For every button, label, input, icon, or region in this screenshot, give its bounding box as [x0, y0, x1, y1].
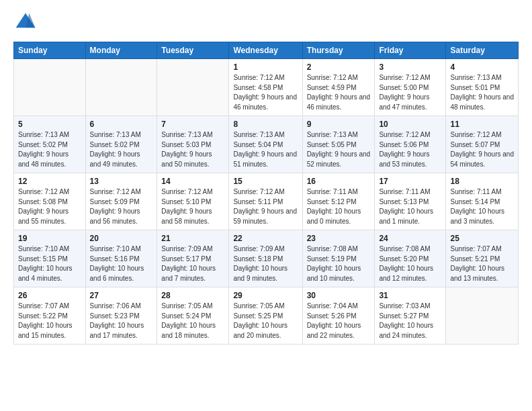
weekday-header-row: SundayMondayTuesdayWednesdayThursdayFrid…	[14, 42, 519, 59]
day-number: 10	[379, 120, 441, 129]
day-info: Sunrise: 7:07 AM Sunset: 5:22 PM Dayligh…	[18, 302, 81, 340]
day-info: Sunrise: 7:13 AM Sunset: 5:05 PM Dayligh…	[307, 130, 371, 169]
calendar-day-cell: 29Sunrise: 7:05 AM Sunset: 5:25 PM Dayli…	[229, 287, 302, 345]
day-info: Sunrise: 7:07 AM Sunset: 5:21 PM Dayligh…	[450, 244, 514, 283]
calendar-day-cell: 31Sunrise: 7:03 AM Sunset: 5:27 PM Dayli…	[375, 287, 446, 345]
day-info: Sunrise: 7:13 AM Sunset: 5:03 PM Dayligh…	[161, 130, 224, 169]
day-number: 2	[307, 62, 371, 72]
calendar-day-cell: 22Sunrise: 7:09 AM Sunset: 5:18 PM Dayli…	[229, 230, 302, 287]
calendar-empty-cell	[446, 287, 519, 345]
calendar-day-cell: 12Sunrise: 7:12 AM Sunset: 5:08 PM Dayli…	[14, 173, 86, 230]
day-number: 13	[90, 177, 153, 186]
calendar-day-cell: 20Sunrise: 7:10 AM Sunset: 5:16 PM Dayli…	[85, 230, 157, 287]
day-info: Sunrise: 7:12 AM Sunset: 5:10 PM Dayligh…	[161, 187, 224, 226]
day-number: 28	[161, 291, 224, 300]
weekday-header-sunday: Sunday	[14, 42, 86, 59]
calendar-day-cell: 30Sunrise: 7:04 AM Sunset: 5:26 PM Dayli…	[302, 287, 375, 345]
day-number: 4	[450, 62, 514, 72]
day-number: 29	[233, 291, 298, 300]
day-number: 6	[90, 120, 153, 129]
day-info: Sunrise: 7:12 AM Sunset: 5:08 PM Dayligh…	[18, 187, 81, 226]
calendar-day-cell: 13Sunrise: 7:12 AM Sunset: 5:09 PM Dayli…	[85, 173, 157, 230]
calendar-day-cell: 17Sunrise: 7:11 AM Sunset: 5:13 PM Dayli…	[375, 173, 446, 230]
logo	[13, 11, 42, 35]
calendar-week-row: 5Sunrise: 7:13 AM Sunset: 5:02 PM Daylig…	[14, 116, 519, 173]
header	[13, 11, 519, 35]
day-info: Sunrise: 7:03 AM Sunset: 5:27 PM Dayligh…	[379, 302, 441, 340]
calendar-week-row: 26Sunrise: 7:07 AM Sunset: 5:22 PM Dayli…	[14, 287, 519, 345]
day-number: 1	[233, 62, 298, 72]
day-number: 25	[450, 234, 514, 243]
day-info: Sunrise: 7:13 AM Sunset: 5:02 PM Dayligh…	[18, 130, 81, 169]
day-number: 23	[307, 234, 371, 243]
day-number: 30	[307, 291, 371, 300]
day-info: Sunrise: 7:12 AM Sunset: 5:00 PM Dayligh…	[379, 73, 441, 112]
calendar-day-cell: 7Sunrise: 7:13 AM Sunset: 5:03 PM Daylig…	[157, 116, 229, 173]
calendar-day-cell: 6Sunrise: 7:13 AM Sunset: 5:02 PM Daylig…	[85, 116, 157, 173]
day-number: 9	[307, 120, 371, 129]
calendar-empty-cell	[157, 59, 229, 116]
calendar-day-cell: 5Sunrise: 7:13 AM Sunset: 5:02 PM Daylig…	[14, 116, 86, 173]
day-info: Sunrise: 7:06 AM Sunset: 5:23 PM Dayligh…	[90, 302, 153, 340]
calendar-day-cell: 15Sunrise: 7:12 AM Sunset: 5:11 PM Dayli…	[229, 173, 302, 230]
day-info: Sunrise: 7:12 AM Sunset: 5:09 PM Dayligh…	[90, 187, 153, 226]
day-info: Sunrise: 7:12 AM Sunset: 5:07 PM Dayligh…	[450, 130, 514, 169]
day-info: Sunrise: 7:09 AM Sunset: 5:17 PM Dayligh…	[161, 244, 224, 283]
day-number: 12	[18, 177, 81, 186]
calendar-day-cell: 3Sunrise: 7:12 AM Sunset: 5:00 PM Daylig…	[375, 59, 446, 116]
calendar-day-cell: 25Sunrise: 7:07 AM Sunset: 5:21 PM Dayli…	[446, 230, 519, 287]
calendar-day-cell: 8Sunrise: 7:13 AM Sunset: 5:04 PM Daylig…	[229, 116, 302, 173]
day-number: 16	[307, 177, 371, 186]
calendar-day-cell: 28Sunrise: 7:05 AM Sunset: 5:24 PM Dayli…	[157, 287, 229, 345]
day-info: Sunrise: 7:05 AM Sunset: 5:24 PM Dayligh…	[161, 302, 224, 340]
day-number: 3	[379, 62, 441, 72]
weekday-header-monday: Monday	[85, 42, 157, 59]
day-number: 22	[233, 234, 298, 243]
day-number: 15	[233, 177, 298, 186]
day-number: 18	[450, 177, 514, 186]
day-number: 11	[450, 120, 514, 129]
day-info: Sunrise: 7:12 AM Sunset: 4:58 PM Dayligh…	[233, 73, 298, 112]
weekday-header-thursday: Thursday	[302, 42, 375, 59]
calendar-week-row: 12Sunrise: 7:12 AM Sunset: 5:08 PM Dayli…	[14, 173, 519, 230]
calendar-day-cell: 2Sunrise: 7:12 AM Sunset: 4:59 PM Daylig…	[302, 59, 375, 116]
day-info: Sunrise: 7:12 AM Sunset: 4:59 PM Dayligh…	[307, 73, 371, 112]
day-number: 26	[18, 291, 81, 300]
day-number: 27	[90, 291, 153, 300]
day-info: Sunrise: 7:10 AM Sunset: 5:15 PM Dayligh…	[18, 244, 81, 283]
day-info: Sunrise: 7:09 AM Sunset: 5:18 PM Dayligh…	[233, 244, 298, 283]
day-info: Sunrise: 7:12 AM Sunset: 5:11 PM Dayligh…	[233, 187, 298, 226]
weekday-header-friday: Friday	[375, 42, 446, 59]
day-info: Sunrise: 7:08 AM Sunset: 5:19 PM Dayligh…	[307, 244, 371, 283]
weekday-header-saturday: Saturday	[446, 42, 519, 59]
day-number: 24	[379, 234, 441, 243]
calendar-table: SundayMondayTuesdayWednesdayThursdayFrid…	[13, 42, 519, 345]
calendar-day-cell: 21Sunrise: 7:09 AM Sunset: 5:17 PM Dayli…	[157, 230, 229, 287]
day-info: Sunrise: 7:12 AM Sunset: 5:06 PM Dayligh…	[379, 130, 441, 169]
day-info: Sunrise: 7:13 AM Sunset: 5:02 PM Dayligh…	[90, 130, 153, 169]
weekday-header-wednesday: Wednesday	[229, 42, 302, 59]
calendar-empty-cell	[85, 59, 157, 116]
day-info: Sunrise: 7:13 AM Sunset: 5:04 PM Dayligh…	[233, 130, 298, 169]
day-info: Sunrise: 7:05 AM Sunset: 5:25 PM Dayligh…	[233, 302, 298, 340]
calendar-day-cell: 16Sunrise: 7:11 AM Sunset: 5:12 PM Dayli…	[302, 173, 375, 230]
calendar-day-cell: 19Sunrise: 7:10 AM Sunset: 5:15 PM Dayli…	[14, 230, 86, 287]
day-number: 21	[161, 234, 224, 243]
calendar-day-cell: 11Sunrise: 7:12 AM Sunset: 5:07 PM Dayli…	[446, 116, 519, 173]
day-info: Sunrise: 7:10 AM Sunset: 5:16 PM Dayligh…	[90, 244, 153, 283]
day-info: Sunrise: 7:13 AM Sunset: 5:01 PM Dayligh…	[450, 73, 514, 112]
calendar-week-row: 1Sunrise: 7:12 AM Sunset: 4:58 PM Daylig…	[14, 59, 519, 116]
calendar-day-cell: 24Sunrise: 7:08 AM Sunset: 5:20 PM Dayli…	[375, 230, 446, 287]
day-number: 17	[379, 177, 441, 186]
calendar-day-cell: 18Sunrise: 7:11 AM Sunset: 5:14 PM Dayli…	[446, 173, 519, 230]
day-number: 31	[379, 291, 441, 300]
weekday-header-tuesday: Tuesday	[157, 42, 229, 59]
day-info: Sunrise: 7:11 AM Sunset: 5:12 PM Dayligh…	[307, 187, 371, 226]
calendar-empty-cell	[14, 59, 86, 116]
day-number: 8	[233, 120, 298, 129]
day-number: 19	[18, 234, 81, 243]
day-info: Sunrise: 7:11 AM Sunset: 5:14 PM Dayligh…	[450, 187, 514, 226]
day-info: Sunrise: 7:04 AM Sunset: 5:26 PM Dayligh…	[307, 302, 371, 340]
day-number: 7	[161, 120, 224, 129]
calendar-day-cell: 27Sunrise: 7:06 AM Sunset: 5:23 PM Dayli…	[85, 287, 157, 345]
